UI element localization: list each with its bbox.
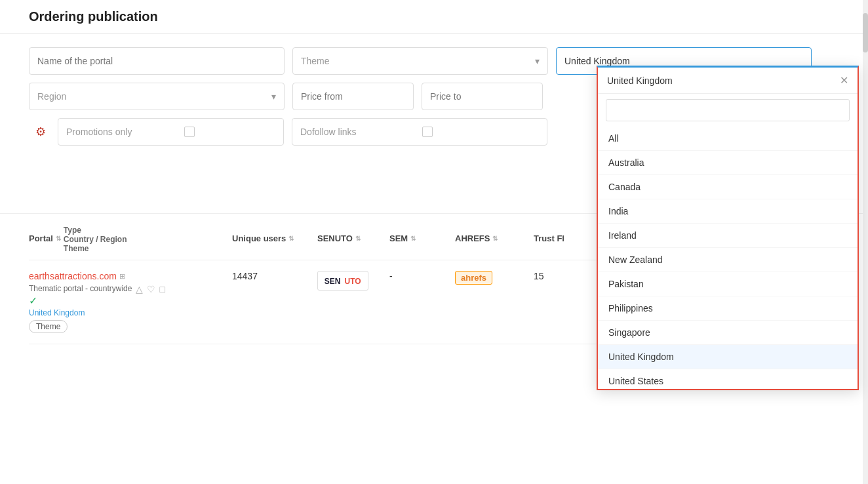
ahrefs-cell: ahrefs — [455, 271, 534, 285]
sort-icon-ahrefs[interactable]: ⇅ — [492, 235, 498, 242]
th-ahrefs: AHREFS ⇅ — [455, 233, 534, 243]
sort-icon-portal[interactable]: ⇅ — [56, 235, 61, 242]
ahrefs-logo-text: ahrefs — [461, 273, 486, 283]
heart-icon[interactable]: ♡ — [147, 284, 155, 294]
dropdown-item-all[interactable]: All — [598, 127, 858, 151]
dropdown-search-input[interactable] — [606, 99, 850, 121]
unique-users-cell: 14437 — [232, 271, 317, 281]
external-link-icon: ⊞ — [119, 272, 125, 281]
dropdown-item-ireland[interactable]: Ireland — [598, 224, 858, 248]
svg-text:UTO: UTO — [345, 277, 361, 286]
promotions-label: Promotions only — [66, 127, 132, 137]
action-icons: △ ♡ □ — [136, 284, 165, 294]
dropdown-header: United Kingdom ✕ — [598, 68, 858, 94]
dropdown-item-canada[interactable]: Canada — [598, 175, 858, 199]
dropdown-item-india[interactable]: India — [598, 199, 858, 224]
th-senuto: SENUTO ⇅ — [317, 233, 389, 243]
theme-select-label: Theme — [301, 56, 330, 66]
comment-icon[interactable]: □ — [159, 284, 165, 294]
promotions-checkbox-wrap[interactable]: Promotions only — [58, 118, 284, 146]
senuto-badge: SEN UTO — [317, 271, 368, 291]
country-dropdown: United Kingdom ✕ All Australia Canada In… — [597, 66, 859, 390]
sem-value: - — [389, 271, 393, 281]
price-from-input[interactable] — [292, 83, 414, 110]
price-to-input[interactable] — [422, 83, 543, 110]
portal-desc-row: Thematic portal - countrywide △ ♡ □ — [29, 283, 232, 294]
region-select[interactable]: Region ▾ — [29, 83, 285, 110]
dropdown-close-button[interactable]: ✕ — [840, 74, 848, 87]
portal-type: Thematic portal - countrywide — [29, 284, 132, 293]
portal-name: earthsattractions.com — [29, 271, 117, 281]
dropdown-item-united-states[interactable]: United States — [598, 369, 858, 389]
scrollbar-thumb[interactable] — [863, 13, 868, 52]
th-sem: SEM ⇅ — [389, 233, 455, 243]
sort-icon-unique[interactable]: ⇅ — [288, 235, 294, 242]
region-select-label: Region — [37, 91, 66, 102]
check-circle-icon: ✓ — [29, 295, 37, 306]
page-container: Ordering publication Theme ▾ United King… — [0, 0, 868, 484]
portal-theme-badge[interactable]: Theme — [29, 320, 68, 333]
dropdown-selected-value: United Kingdom — [607, 75, 673, 86]
dofollow-wrap[interactable]: Dofollow links — [292, 118, 547, 146]
promotions-row: ⚙ Promotions only — [29, 118, 284, 146]
dropdown-item-philippines[interactable]: Philippines — [598, 296, 858, 321]
dropdown-item-new-zealand[interactable]: New Zealand — [598, 248, 858, 272]
country-select-label: United Kingdom — [564, 56, 630, 66]
senuto-logo: SEN UTO — [323, 273, 363, 289]
trust-cell: 15 — [534, 271, 599, 281]
dropdown-item-australia[interactable]: Australia — [598, 151, 858, 175]
gear-icon-wrap: ⚙ — [29, 118, 52, 146]
dropdown-list: All Australia Canada India Ireland New Z… — [598, 127, 858, 389]
th-unique-users: Unique users ⇅ — [232, 233, 317, 243]
gear-icon: ⚙ — [35, 125, 46, 139]
ahrefs-badge: ahrefs — [455, 271, 492, 285]
senuto-cell: SEN UTO — [317, 271, 389, 291]
chevron-down-icon: ▾ — [535, 56, 540, 66]
chevron-down-icon-region: ▾ — [271, 91, 276, 102]
trust-value: 15 — [534, 271, 544, 281]
portal-link[interactable]: earthsattractions.com ⊞ — [29, 271, 232, 281]
dofollow-checkbox[interactable] — [422, 127, 433, 137]
th-portal: Portal ⇅ Type Country / Region Theme — [29, 222, 232, 254]
dropdown-item-singapore[interactable]: Singapore — [598, 321, 858, 345]
portal-country: United Kingdom — [29, 308, 232, 317]
dropdown-item-united-kingdom[interactable]: United Kingdom — [598, 345, 858, 369]
portal-name-input[interactable] — [29, 47, 285, 75]
sort-icon-sem[interactable]: ⇅ — [410, 235, 416, 242]
scrollbar[interactable] — [863, 0, 868, 484]
th-trust: Trust Fl — [534, 233, 599, 243]
sort-icon-senuto[interactable]: ⇅ — [355, 235, 361, 242]
table-sub-header: Type Country / Region Theme — [64, 222, 127, 254]
unique-users-value: 14437 — [232, 271, 258, 281]
page-title: Ordering publication — [29, 9, 852, 24]
svg-text:SEN: SEN — [325, 277, 341, 286]
triangle-icon[interactable]: △ — [136, 284, 143, 294]
theme-select[interactable]: Theme ▾ — [292, 47, 548, 75]
portal-cell: earthsattractions.com ⊞ Thematic portal … — [29, 271, 232, 333]
page-header: Ordering publication — [0, 0, 868, 34]
promotions-checkbox[interactable] — [184, 127, 195, 137]
dofollow-label: Dofollow links — [300, 127, 357, 137]
sem-cell: - — [389, 271, 455, 281]
dropdown-item-pakistan[interactable]: Pakistan — [598, 272, 858, 296]
